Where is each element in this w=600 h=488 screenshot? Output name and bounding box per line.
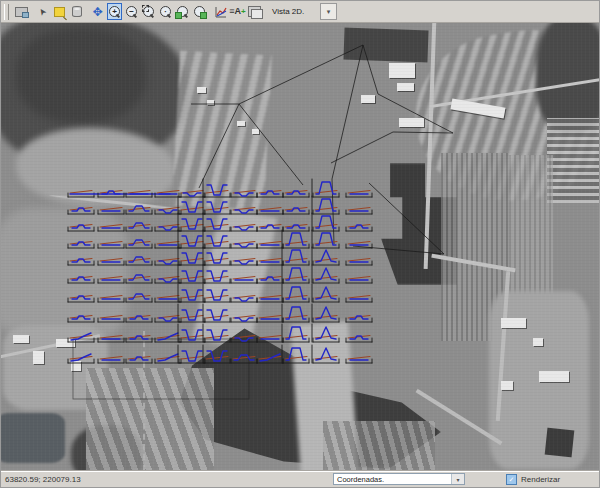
profile-chart xyxy=(126,316,152,323)
profile-chart xyxy=(203,247,230,265)
zoom-next-tool[interactable] xyxy=(192,3,207,20)
statusbar: 63820.59; 220079.13 Coordenadas. ▾ ✓ Ren… xyxy=(1,471,600,487)
profile-chart xyxy=(231,191,257,198)
application-window: ➤✥+−·≡A+ Vista 2D. ▾ xyxy=(0,0,600,488)
zoom-extent-tool[interactable]: · xyxy=(158,3,173,20)
profile-chart xyxy=(257,336,283,343)
select-tool[interactable]: ➤ xyxy=(35,3,50,20)
profile-chart xyxy=(282,230,309,248)
zoom-window-tool[interactable] xyxy=(141,3,156,20)
profile-chart xyxy=(126,275,152,283)
profile-chart xyxy=(257,259,283,266)
chevron-down-icon[interactable]: ▾ xyxy=(451,474,464,484)
profile-chart xyxy=(178,304,205,322)
profile-chart xyxy=(126,223,152,231)
profile-chart xyxy=(312,196,339,214)
checkbox-checked-icon[interactable]: ✓ xyxy=(506,474,517,485)
profile-chart xyxy=(257,296,283,303)
profile-chart xyxy=(126,357,152,364)
profile-chart xyxy=(155,259,181,266)
profile-chart xyxy=(126,257,152,265)
profile-chart xyxy=(98,225,124,232)
profile-chart xyxy=(346,296,372,303)
profile-chart xyxy=(98,316,124,323)
zoom-in-tool[interactable]: + xyxy=(107,3,122,20)
map-viewport[interactable] xyxy=(1,23,600,474)
profile-chart xyxy=(126,206,152,214)
profile-chart xyxy=(231,225,257,232)
profile-chart xyxy=(126,191,152,198)
profile-chart xyxy=(178,213,205,231)
zoom-out-tool[interactable]: − xyxy=(124,3,139,20)
render-checkbox-label: Renderizar xyxy=(521,475,560,484)
open-map-tool[interactable] xyxy=(14,3,29,20)
profile-chart xyxy=(68,316,94,323)
profile-chart xyxy=(231,277,257,284)
profile-chart xyxy=(203,179,230,197)
profile-chart xyxy=(312,284,339,302)
profile-chart xyxy=(312,265,339,283)
profile-chart xyxy=(98,336,124,343)
layers-tool[interactable] xyxy=(247,3,262,20)
pan-tool[interactable]: ✥ xyxy=(90,3,105,20)
profile-chart xyxy=(282,247,309,265)
profile-chart xyxy=(283,225,309,232)
profile-chart xyxy=(155,277,181,284)
load-data-tool[interactable] xyxy=(69,3,84,20)
profile-chart xyxy=(178,247,205,265)
profile-chart xyxy=(155,333,181,342)
profile-chart xyxy=(283,191,309,198)
profile-chart xyxy=(155,316,181,323)
profile-chart xyxy=(346,277,372,284)
profile-chart xyxy=(346,357,372,364)
profile-chart xyxy=(155,225,181,232)
profile-chart xyxy=(203,213,230,231)
profile-chart xyxy=(346,259,372,266)
profile-chart xyxy=(68,208,94,215)
profile-chart xyxy=(231,208,257,215)
profile-chart xyxy=(98,208,124,215)
profile-chart xyxy=(312,230,339,248)
profile-chart-tool[interactable] xyxy=(213,3,228,20)
chevron-down-icon[interactable]: ▾ xyxy=(320,3,337,20)
profile-chart xyxy=(126,240,152,248)
add-label-tool[interactable]: ≡A+ xyxy=(230,3,245,20)
profile-chart xyxy=(231,316,257,323)
profile-chart xyxy=(312,304,339,322)
profile-chart xyxy=(312,324,339,342)
profile-chart xyxy=(98,259,124,266)
profile-chart xyxy=(68,277,94,284)
profile-chart xyxy=(257,354,283,363)
profile-chart xyxy=(178,265,205,283)
profile-chart xyxy=(98,357,124,364)
profile-chart xyxy=(98,296,124,303)
selection-rectangle xyxy=(73,339,249,399)
profile-chart xyxy=(203,345,230,363)
toolbar-grip[interactable] xyxy=(4,4,9,20)
profile-chart xyxy=(178,196,205,214)
profile-chart xyxy=(312,179,339,197)
profile-chart xyxy=(155,296,181,303)
profile-chart xyxy=(312,345,339,363)
profile-chart xyxy=(312,213,339,231)
profile-chart xyxy=(68,296,94,303)
profile-chart xyxy=(155,208,181,215)
coordinates-combobox[interactable]: Coordenadas. ▾ xyxy=(333,473,465,485)
view-mode-combobox[interactable]: Vista 2D. ▾ xyxy=(269,3,337,20)
profile-chart xyxy=(231,296,257,303)
profile-chart xyxy=(231,355,257,363)
profile-chart xyxy=(282,265,309,283)
profile-chart xyxy=(68,259,94,266)
profile-chart xyxy=(178,230,205,248)
profile-chart xyxy=(98,242,124,249)
select-area-tool[interactable] xyxy=(52,3,67,20)
profile-chart xyxy=(231,242,257,249)
profile-chart xyxy=(203,284,230,302)
profile-chart xyxy=(68,242,94,249)
profile-chart xyxy=(203,230,230,248)
profile-chart xyxy=(68,354,94,363)
profiles-and-vectors-overlay xyxy=(1,23,600,474)
zoom-previous-tool[interactable] xyxy=(175,3,190,20)
profile-chart xyxy=(155,354,181,363)
profile-chart xyxy=(257,191,283,198)
